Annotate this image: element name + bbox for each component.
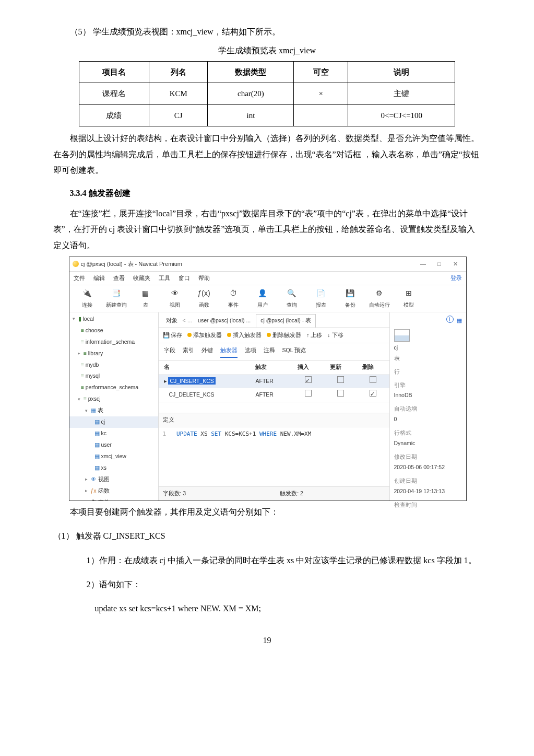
tab-sqlpreview[interactable]: SQL 预览: [282, 345, 306, 358]
tree-db[interactable]: mysql: [86, 371, 100, 381]
maximize-button[interactable]: □: [432, 259, 446, 270]
minimize-button[interactable]: —: [416, 259, 430, 270]
table-icon: ▦: [94, 428, 100, 439]
insert-trigger-button[interactable]: 插入触发器: [227, 330, 262, 341]
tree-tables[interactable]: 表: [98, 405, 103, 416]
tree-root[interactable]: local: [83, 314, 94, 324]
definition-label: 定义: [159, 413, 389, 427]
table-header-row: 项目名 列名 数据类型 可空 说明: [79, 61, 455, 83]
menu-tools[interactable]: 工具: [159, 273, 170, 284]
info-icon[interactable]: i: [446, 316, 454, 323]
tree-db[interactable]: mydb: [86, 360, 99, 370]
close-button[interactable]: ✕: [448, 259, 463, 270]
trigger-row[interactable]: CJ_DELETE_KCS AFTER: [159, 388, 389, 402]
tool-query[interactable]: 🔍查询: [277, 287, 306, 310]
checkbox-update[interactable]: [337, 376, 344, 383]
menu-window[interactable]: 窗口: [179, 273, 190, 284]
status-fields: 字段数: 3: [163, 489, 186, 499]
th: 项目名: [79, 61, 149, 83]
app-icon: [73, 261, 79, 267]
tree-db[interactable]: performance_schema: [86, 382, 139, 393]
window-title: cj @pxscj (local) - 表 - Navicat Premium: [81, 259, 183, 270]
tree-table[interactable]: user: [101, 440, 112, 450]
tree-events[interactable]: 事件: [98, 497, 110, 501]
rp-autoinc-value: 0: [394, 414, 462, 425]
td: 课程名: [79, 83, 149, 105]
connection-tree[interactable]: ▾▮local ≡choose ≡information_schema ▸≡li…: [69, 312, 159, 501]
tab-options[interactable]: 选项: [245, 345, 256, 358]
col-insert: 插入: [292, 360, 325, 374]
checkbox-insert[interactable]: [305, 390, 312, 397]
event-icon: ⏱: [91, 497, 97, 501]
grid-icon[interactable]: ▦: [457, 316, 462, 326]
move-up-button[interactable]: ↑ 上移: [306, 330, 322, 341]
tab-indexes[interactable]: 索引: [183, 345, 194, 358]
model-icon: ⊞: [403, 287, 414, 299]
tree-views[interactable]: 视图: [98, 474, 110, 485]
move-down-button[interactable]: ↓ 下移: [327, 330, 343, 341]
menu-help[interactable]: 帮助: [198, 273, 210, 284]
center-pane: 对象 < … user @pxscj (local) ... cj @pxscj…: [159, 312, 389, 501]
list-item-1a: 1）作用：在成绩表 cj 中插入一条记录的同时在学生表 xs 中对应该学生记录的…: [87, 553, 481, 568]
add-icon: [187, 333, 192, 337]
tool-label: 查询: [287, 300, 297, 310]
tool-auto[interactable]: ⚙自动运行: [365, 287, 394, 310]
tab-cj[interactable]: cj @pxscj (local) - 表: [256, 314, 316, 328]
tree-funcs[interactable]: 函数: [98, 486, 110, 496]
tool-newquery[interactable]: 📑新建查询: [102, 287, 131, 310]
table-icon: ▦: [94, 463, 100, 473]
menu-fav[interactable]: 收藏夹: [133, 273, 150, 284]
tree-table[interactable]: xs: [101, 463, 107, 473]
tree-table[interactable]: xmcj_view: [101, 451, 126, 462]
delete-trigger-button[interactable]: 删除触发器: [267, 330, 301, 341]
tool-label: 函数: [199, 300, 209, 310]
tree-db[interactable]: choose: [86, 325, 103, 336]
menu-file[interactable]: 文件: [74, 273, 85, 284]
tab-fields[interactable]: 字段: [164, 345, 175, 358]
tool-backup[interactable]: 💾备份: [336, 287, 365, 310]
col-name: 名: [159, 360, 251, 374]
checkbox-update[interactable]: [337, 390, 344, 397]
tool-connect[interactable]: 🔌连接: [73, 287, 102, 310]
tool-table[interactable]: ▦表: [131, 287, 160, 310]
search-icon: 🔍: [286, 287, 298, 299]
tool-user[interactable]: 👤用户: [248, 287, 277, 310]
trigger-name: CJ_DELETE_KCS: [159, 388, 251, 402]
tree-db[interactable]: library: [88, 348, 103, 359]
line-number: 1: [163, 431, 167, 437]
login-link[interactable]: 登录: [450, 273, 462, 284]
checkbox-insert[interactable]: [305, 376, 312, 383]
tab-fk[interactable]: 外键: [201, 345, 213, 358]
tab-triggers[interactable]: 触发器: [220, 345, 238, 358]
tool-view[interactable]: 👁视图: [160, 287, 189, 310]
tool-label: 事件: [228, 300, 239, 310]
checkbox-delete[interactable]: [370, 376, 376, 383]
tab-comment[interactable]: 注释: [264, 345, 275, 358]
menu-view[interactable]: 查看: [113, 273, 125, 284]
rp-table-name: cj: [394, 343, 462, 353]
sql-editor[interactable]: 1 UPDATE XS SET KCS=KCS+1 WHERE NEW.XM=X…: [159, 427, 389, 441]
tree-table[interactable]: kc: [101, 428, 107, 439]
tab-extra[interactable]: user @pxscj (local) ...: [194, 315, 255, 327]
tool-func[interactable]: ƒ(x)函数: [189, 287, 219, 310]
tree-table-cj[interactable]: cj: [101, 417, 105, 427]
table-icon: ▦: [94, 440, 100, 450]
rp-table-type: 表: [394, 353, 462, 364]
tab-objects[interactable]: 对象: [162, 315, 182, 327]
save-button[interactable]: 💾 保存: [163, 330, 183, 341]
tool-report[interactable]: 📄报表: [306, 287, 336, 310]
navicat-screenshot: cj @pxscj (local) - 表 - Navicat Premium …: [69, 257, 467, 501]
menu-bar: 文件 编辑 查看 收藏夹 工具 窗口 帮助 登录: [69, 272, 466, 285]
tree-db[interactable]: information_schema: [86, 337, 135, 347]
status-triggers: 触发数: 2: [280, 489, 303, 499]
user-icon: 👤: [257, 287, 268, 299]
trigger-row[interactable]: ▸ CJ_INSERT_KCS AFTER: [159, 374, 389, 388]
tree-db-pxscj[interactable]: pxscj: [88, 394, 101, 404]
tool-model[interactable]: ⊞模型: [394, 287, 423, 310]
tool-event[interactable]: ⏱事件: [219, 287, 248, 310]
trigger-list: 名 触发 插入 更新 删除 ▸ CJ_INSERT_KCS AFTER CJ_D…: [159, 360, 389, 403]
info-panel: i▦ cj 表 行 引擎 InnoDB 自动递增 0 行格式 Dynamic 修…: [389, 312, 466, 501]
menu-edit[interactable]: 编辑: [93, 273, 105, 284]
checkbox-delete[interactable]: [370, 390, 376, 397]
add-trigger-button[interactable]: 添加触发器: [187, 330, 222, 341]
